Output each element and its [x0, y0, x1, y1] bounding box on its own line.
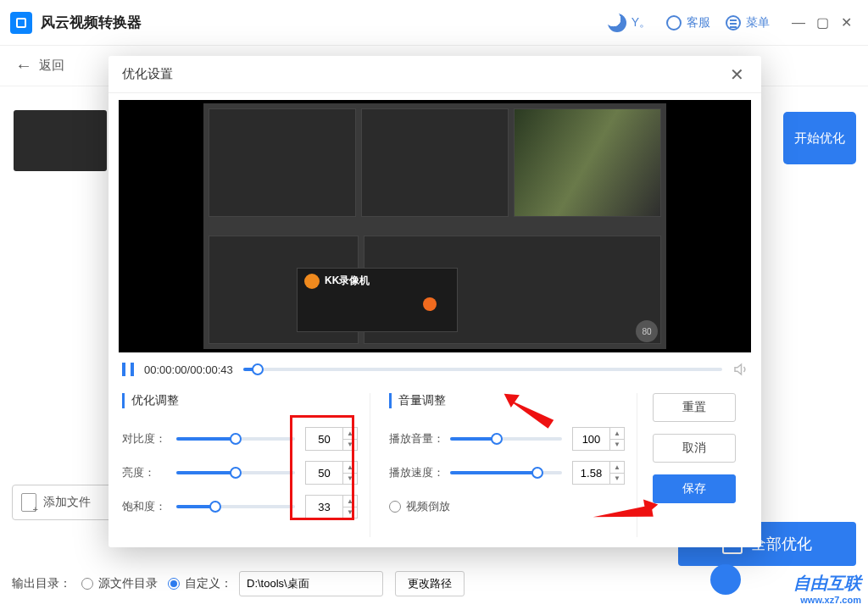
- user-name: Y。: [632, 15, 651, 30]
- avatar-icon: [608, 14, 626, 32]
- play-speed-input[interactable]: [572, 461, 609, 485]
- saturation-slider[interactable]: [176, 505, 295, 508]
- time-display: 00:00:00/00:00:43: [144, 363, 233, 376]
- title-bar: 风云视频转换器 Y。 客服 菜单 — ▢ ✕: [0, 0, 868, 46]
- output-path-input[interactable]: [239, 571, 383, 596]
- optimize-section-title: 优化调整: [122, 393, 358, 408]
- saturation-input[interactable]: [305, 495, 342, 518]
- zoom-badge: 80: [636, 320, 658, 342]
- play-speed-slider[interactable]: [450, 471, 562, 474]
- maximize-button[interactable]: ▢: [810, 11, 834, 35]
- headset-icon: [666, 15, 682, 30]
- play-volume-spinner[interactable]: ▲▼: [609, 427, 625, 451]
- pause-button[interactable]: [122, 363, 134, 376]
- contrast-label: 对比度：: [122, 431, 176, 446]
- app-logo-icon: [10, 12, 32, 34]
- brightness-spinner[interactable]: ▲▼: [342, 461, 358, 485]
- modal-title: 优化设置: [122, 66, 173, 82]
- add-file-button[interactable]: 添加文件: [12, 485, 122, 520]
- support-link[interactable]: 客服: [666, 15, 710, 30]
- volume-section-title: 音量调整: [389, 393, 625, 408]
- menu-link[interactable]: 菜单: [726, 15, 770, 30]
- video-preview[interactable]: KK录像机 80: [119, 100, 751, 352]
- source-dir-label: 源文件目录: [98, 576, 158, 591]
- kk-recorder-overlay: KK录像机: [297, 268, 458, 332]
- reset-button[interactable]: 重置: [653, 393, 736, 422]
- radio-custom-dir[interactable]: [168, 578, 180, 590]
- brightness-label: 亮度：: [122, 465, 176, 480]
- optimize-settings-modal: 优化设置 ✕ KK录像机 80 00:00:00/00:00:43 优化调整 对…: [108, 56, 761, 547]
- change-path-button[interactable]: 更改路径: [395, 571, 465, 596]
- contrast-slider[interactable]: [176, 437, 295, 441]
- custom-dir-label: 自定义：: [185, 576, 232, 591]
- seek-slider[interactable]: [243, 368, 722, 371]
- saturation-spinner[interactable]: ▲▼: [342, 495, 358, 518]
- output-label: 输出目录：: [12, 576, 71, 591]
- video-thumbnail[interactable]: [14, 110, 107, 171]
- close-window-button[interactable]: ✕: [834, 11, 858, 35]
- contrast-spinner[interactable]: ▲▼: [342, 427, 358, 451]
- watermark: 自由互联 www.xz7.com: [793, 572, 861, 605]
- reverse-label: 视频倒放: [406, 499, 450, 514]
- user-chip[interactable]: Y。: [608, 14, 651, 32]
- start-optimize-button[interactable]: 开始优化: [783, 112, 856, 164]
- play-volume-label: 播放音量：: [389, 431, 450, 446]
- file-plus-icon: [21, 493, 36, 512]
- save-button[interactable]: 保存: [653, 474, 736, 503]
- contrast-input[interactable]: [305, 427, 342, 451]
- play-volume-slider[interactable]: [450, 437, 562, 441]
- modal-close-button[interactable]: ✕: [726, 61, 748, 88]
- cancel-button[interactable]: 取消: [653, 434, 736, 463]
- radio-source-dir[interactable]: [81, 578, 93, 590]
- reverse-radio[interactable]: [389, 501, 401, 513]
- saturation-label: 饱和度：: [122, 499, 176, 514]
- volume-icon[interactable]: [732, 362, 748, 377]
- brightness-slider[interactable]: [176, 471, 295, 474]
- app-title: 风云视频转换器: [41, 13, 142, 32]
- menu-icon: [726, 15, 741, 30]
- arrow-left-icon: ←: [15, 56, 32, 75]
- play-speed-spinner[interactable]: ▲▼: [609, 461, 625, 485]
- brightness-input[interactable]: [305, 461, 342, 485]
- minimize-button[interactable]: —: [787, 11, 810, 35]
- watermark-icon: [710, 564, 741, 595]
- play-volume-input[interactable]: [572, 427, 609, 451]
- play-speed-label: 播放速度：: [389, 465, 450, 480]
